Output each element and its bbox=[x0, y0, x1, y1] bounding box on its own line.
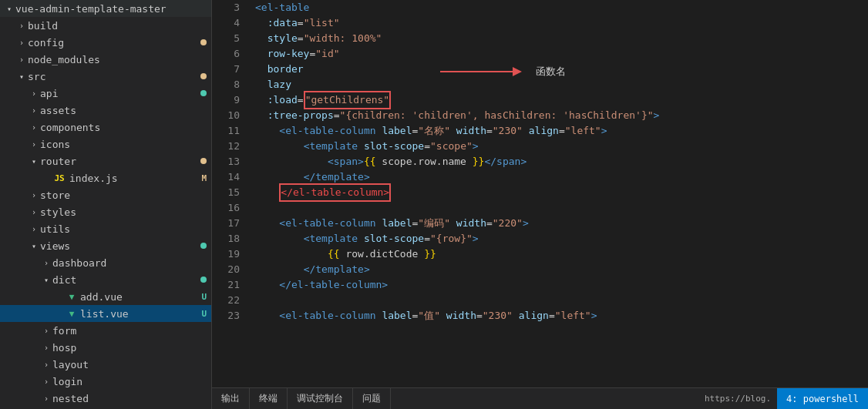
editor-content: 3 4 5 6 7 8 9 10 11 12 13 14 15 16 17 18… bbox=[212, 0, 868, 387]
label-form: form bbox=[52, 325, 211, 337]
tok-val-id: "id" bbox=[315, 46, 339, 62]
sidebar-item-config[interactable]: › config bbox=[0, 34, 211, 51]
label-dashboard: dashboard bbox=[52, 257, 211, 269]
dot-api bbox=[200, 90, 207, 96]
badge-indexjs: M bbox=[201, 173, 207, 183]
tab-terminal[interactable]: 终端 bbox=[250, 388, 288, 409]
tok-sp-17 bbox=[450, 216, 456, 231]
label-listvue: list.vue bbox=[80, 308, 201, 320]
tok-eq-11: = bbox=[412, 123, 419, 139]
sidebar-item-components[interactable]: › components bbox=[0, 119, 211, 136]
sidebar-item-form[interactable]: › form bbox=[0, 322, 211, 339]
tok-tag-close18: > bbox=[473, 231, 479, 246]
code-line-20: </template> bbox=[255, 262, 868, 277]
tok-eq-17: = bbox=[412, 216, 419, 231]
line-numbers: 3 4 5 6 7 8 9 10 11 12 13 14 15 16 17 18… bbox=[212, 0, 249, 387]
tok-text-19: row.dictCode bbox=[340, 246, 425, 262]
sidebar-item-assets[interactable]: › assets bbox=[0, 102, 211, 119]
tok-eq2-17: = bbox=[486, 216, 493, 231]
sidebar-item-hosp[interactable]: › hosp bbox=[0, 339, 211, 356]
annotation-arrow: 函数名 bbox=[440, 60, 566, 83]
indent-15 bbox=[255, 185, 279, 200]
sidebar-item-router[interactable]: ▾ router bbox=[0, 153, 211, 169]
indent-4 bbox=[255, 15, 267, 31]
tok-eq-10: = bbox=[334, 108, 340, 123]
tok-val-slot12: "scope" bbox=[430, 139, 473, 154]
label-login: login bbox=[52, 376, 211, 387]
badge-listvue: U bbox=[201, 309, 207, 319]
sidebar-item-api[interactable]: › api bbox=[0, 85, 211, 102]
tok-tag-14: </template> bbox=[304, 169, 370, 185]
sidebar-item-store[interactable]: › store bbox=[0, 186, 211, 203]
sidebar-item-utils[interactable]: › utils bbox=[0, 220, 211, 237]
ln-9: 9 bbox=[215, 92, 240, 108]
file-explorer: ▾ vue-admin-template-master › build › co… bbox=[0, 0, 212, 409]
arrow-icons: › bbox=[28, 140, 40, 149]
sidebar-item-login[interactable]: › login bbox=[0, 373, 211, 390]
dot-dict bbox=[200, 277, 207, 283]
label-styles: styles bbox=[40, 206, 211, 218]
arrow-dict: ▾ bbox=[40, 276, 52, 284]
code-line-21: </el-table-column> bbox=[255, 277, 868, 293]
label-layout: layout bbox=[52, 359, 211, 370]
tok-eq3-23: = bbox=[549, 308, 555, 324]
tok-eq2-23: = bbox=[476, 308, 483, 324]
tok-text-13: scope.row.name bbox=[376, 154, 473, 169]
tok-val-width17: "220" bbox=[493, 216, 523, 231]
sidebar-item-layout[interactable]: › layout bbox=[0, 356, 211, 373]
tok-eq-18: = bbox=[424, 231, 430, 246]
sidebar-item-dict[interactable]: ▾ dict bbox=[0, 271, 211, 288]
tok-tag-15-close: </el-table-column> bbox=[279, 183, 391, 202]
tok-sp2-23 bbox=[513, 308, 519, 324]
sidebar-root[interactable]: ▾ vue-admin-template-master bbox=[0, 0, 211, 17]
sidebar-item-src[interactable]: ▾ src bbox=[0, 68, 211, 85]
sidebar-item-addvue[interactable]: ▼ add.vue U bbox=[0, 288, 211, 305]
code-line-11: <el-table-column label="名称" width="230" … bbox=[255, 123, 868, 139]
tok-sp-23 bbox=[440, 308, 446, 324]
ln-3: 3 bbox=[215, 0, 240, 15]
ln-16: 16 bbox=[215, 200, 240, 216]
tok-val-width23: "230" bbox=[483, 308, 513, 324]
sidebar-item-styles[interactable]: › styles bbox=[0, 203, 211, 220]
arrow-hosp: › bbox=[40, 344, 52, 352]
tab-debug-console[interactable]: 调试控制台 bbox=[288, 388, 353, 409]
indent-11 bbox=[255, 123, 279, 139]
tok-tag-18: <template bbox=[304, 231, 364, 246]
sidebar-item-icons[interactable]: › icons bbox=[0, 136, 211, 153]
status-url: https://blog. bbox=[705, 394, 777, 404]
arrow-layout: › bbox=[40, 360, 52, 369]
tok-attr-data: :data bbox=[267, 15, 298, 31]
tok-bracket-13b: }} bbox=[473, 154, 485, 169]
code-line-5: style="width: 100%" bbox=[255, 31, 868, 46]
sidebar-item-dashboard[interactable]: › dashboard bbox=[0, 254, 211, 271]
label-api: api bbox=[40, 88, 200, 99]
indent-7 bbox=[255, 62, 267, 77]
tok-attr-treeprops: :tree-props bbox=[267, 108, 334, 123]
ln-8: 8 bbox=[215, 77, 240, 92]
sidebar-item-build[interactable]: › build bbox=[0, 17, 211, 34]
code-line-3: <el-table bbox=[255, 0, 868, 15]
tok-attr-style: style bbox=[267, 31, 298, 46]
tok-val-treeprops: "{children: 'children', hasChildren: 'ha… bbox=[340, 108, 654, 123]
tok-sp-11 bbox=[450, 123, 456, 139]
arrow-store: › bbox=[28, 191, 40, 199]
tok-val-list: "list" bbox=[304, 15, 340, 31]
tab-problems[interactable]: 问题 bbox=[353, 388, 391, 409]
dot-router bbox=[200, 158, 207, 164]
powershell-status[interactable]: 4: powershell bbox=[777, 388, 868, 410]
tok-attr-align23: align bbox=[519, 308, 549, 324]
tok-tag-17: <el-table-column bbox=[279, 216, 382, 231]
sidebar-item-views[interactable]: ▾ views bbox=[0, 237, 211, 254]
indent-20 bbox=[255, 262, 304, 277]
tok-attr-slot18: slot-scope bbox=[364, 231, 424, 246]
label-utils: utils bbox=[40, 223, 211, 235]
arrow-components: › bbox=[28, 123, 40, 132]
sidebar-item-node-modules[interactable]: › node_modules bbox=[0, 51, 211, 68]
sidebar-item-nested[interactable]: › nested bbox=[0, 390, 211, 407]
sidebar-item-indexjs[interactable]: JS index.js M bbox=[0, 169, 211, 186]
arrow-router: ▾ bbox=[28, 157, 40, 166]
sidebar-item-listvue[interactable]: ▼ list.vue U bbox=[0, 305, 211, 322]
tab-output[interactable]: 输出 bbox=[212, 388, 250, 409]
label-config: config bbox=[28, 37, 200, 49]
code-area[interactable]: <el-table :data="list" style="width: 100… bbox=[249, 0, 868, 387]
